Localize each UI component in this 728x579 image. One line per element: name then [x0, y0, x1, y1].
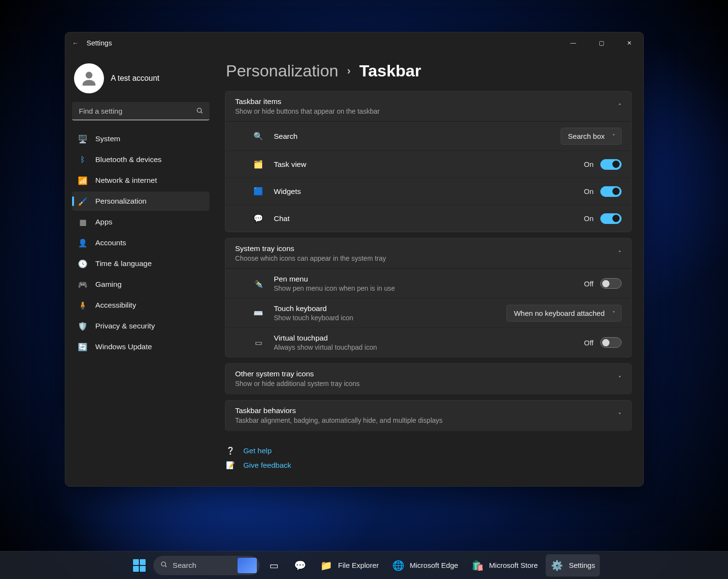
panel-header-behaviors[interactable]: Taskbar behaviors Taskbar alignment, bad…: [225, 401, 631, 431]
nav-icon: 🛡️: [78, 321, 88, 331]
panel-subtitle: Choose which icons can appear in the sys…: [235, 254, 618, 262]
start-button[interactable]: [128, 554, 150, 577]
sidebar-item-network-internet[interactable]: 📶 Network & internet: [72, 171, 209, 190]
close-button[interactable]: ✕: [615, 32, 643, 54]
row-subtitle: Always show virtual touchpad icon: [274, 343, 584, 351]
sidebar-item-system[interactable]: 🖥️ System: [72, 129, 209, 148]
system-tray-row-pen-menu: ✒️ Pen menu Show pen menu icon when pen …: [225, 268, 631, 298]
app-icon: 🌐: [391, 559, 405, 572]
dropdown-search[interactable]: Search box˅: [561, 128, 622, 145]
app-icon: ⚙️: [550, 559, 564, 572]
toggle-pen-menu[interactable]: [600, 278, 622, 289]
taskview-icon: 🗂️: [253, 160, 264, 169]
settings-search-input[interactable]: [72, 102, 209, 120]
taskbar-app-microsoft-store[interactable]: 🛍️ Microsoft Store: [466, 554, 543, 577]
nav-label: Bluetooth & devices: [95, 155, 162, 164]
breadcrumb: Personalization › Taskbar: [225, 59, 632, 91]
taskview-button[interactable]: ▭: [263, 554, 286, 577]
sidebar-nav: 🖥️ Systemᛒ Bluetooth & devices📶 Network …: [72, 129, 209, 356]
search-illustration: [238, 558, 257, 573]
nav-label: Windows Update: [95, 342, 152, 351]
sidebar-item-accessibility[interactable]: 🧍 Accessibility: [72, 296, 209, 315]
taskbar-app-microsoft-edge[interactable]: 🌐 Microsoft Edge: [386, 554, 463, 577]
panel-other-tray: Other system tray icons Show or hide add…: [225, 363, 632, 394]
sidebar-item-personalization[interactable]: 🖌️ Personalization: [72, 192, 209, 211]
sidebar: A test account 🖥️ Systemᛒ Bluetooth & de…: [65, 54, 215, 486]
sidebar-item-gaming[interactable]: 🎮 Gaming: [72, 275, 209, 294]
nav-icon: 🕓: [78, 259, 88, 268]
give-feedback-link[interactable]: 📝 Give feedback: [226, 461, 631, 470]
taskbar-items-row-task-view: 🗂️ Task view On: [225, 150, 631, 178]
panel-title: System tray icons: [235, 244, 618, 253]
nav-label: Apps: [95, 218, 112, 226]
toggle-widgets[interactable]: [600, 186, 622, 197]
system-tray-row-touch-keyboard: ⌨️ Touch keyboard Show touch keyboard ic…: [225, 298, 631, 327]
panel-subtitle: Show or hide additional system tray icon…: [235, 380, 618, 387]
row-title: Task view: [274, 160, 584, 169]
chevron-up-icon: ˄: [618, 103, 622, 110]
svg-point-0: [86, 72, 92, 78]
dropdown-touch-keyboard[interactable]: When no keyboard attached˅: [506, 305, 622, 322]
toggle-state-label: On: [584, 214, 594, 223]
nav-label: System: [95, 134, 120, 143]
nav-icon: 🔄: [78, 342, 88, 352]
nav-icon: 🧍: [78, 300, 88, 310]
get-help-link[interactable]: ❔ Get help: [226, 446, 631, 455]
app-label: File Explorer: [338, 561, 379, 569]
panel-title: Taskbar items: [235, 97, 618, 106]
panel-title: Other system tray icons: [235, 370, 618, 378]
back-button[interactable]: ←: [72, 39, 87, 47]
toggle-task-view[interactable]: [600, 159, 622, 170]
toggle-state-label: On: [584, 187, 594, 195]
avatar-icon: [74, 63, 104, 93]
toggle-chat[interactable]: [600, 213, 622, 224]
nav-icon: ᛒ: [78, 155, 88, 164]
breadcrumb-root[interactable]: Personalization: [226, 61, 338, 80]
row-title: Touch keyboard: [274, 304, 506, 313]
settings-search[interactable]: [72, 102, 209, 120]
sidebar-item-bluetooth-devices[interactable]: ᛒ Bluetooth & devices: [72, 150, 209, 169]
toggle-virtual-touchpad[interactable]: [600, 337, 622, 348]
chevron-down-icon: ˅: [618, 412, 622, 419]
maximize-button[interactable]: ▢: [587, 32, 615, 54]
panel-taskbar-behaviors: Taskbar behaviors Taskbar alignment, bad…: [225, 400, 632, 431]
taskbar-app-settings[interactable]: ⚙️ Settings: [546, 554, 600, 577]
pen-icon: ✒️: [253, 279, 264, 288]
panel-header-other-tray[interactable]: Other system tray icons Show or hide add…: [225, 364, 631, 394]
content-area: Personalization › Taskbar Taskbar items …: [215, 54, 643, 486]
account-row[interactable]: A test account: [72, 60, 209, 102]
panel-header-taskbar-items[interactable]: Taskbar items Show or hide buttons that …: [225, 91, 631, 121]
help-icon: ❔: [226, 446, 235, 455]
row-title: Virtual touchpad: [274, 334, 584, 342]
titlebar: ← Settings — ▢ ✕: [65, 32, 643, 54]
nav-label: Accounts: [95, 238, 126, 247]
taskbar-app-file-explorer[interactable]: 📁 File Explorer: [315, 554, 384, 577]
panel-header-system-tray[interactable]: System tray icons Choose which icons can…: [225, 238, 631, 268]
taskbar-items-row-search: 🔍 Search Search box˅: [225, 121, 631, 150]
sidebar-item-accounts[interactable]: 👤 Accounts: [72, 233, 209, 252]
touchpad-icon: ▭: [253, 338, 264, 347]
chat-button[interactable]: 💬: [289, 554, 312, 577]
svg-point-3: [161, 562, 165, 566]
window-title: Settings: [87, 39, 112, 47]
sidebar-item-time-language[interactable]: 🕓 Time & language: [72, 254, 209, 273]
sidebar-item-apps[interactable]: ▦ Apps: [72, 212, 209, 232]
app-label: Microsoft Store: [489, 561, 538, 569]
nav-label: Time & language: [95, 259, 152, 268]
os-taskbar: Search ▭ 💬 📁 File Explorer🌐 Microsoft Ed…: [0, 551, 728, 579]
account-name: A test account: [111, 74, 160, 83]
chat-icon: 💬: [253, 214, 264, 223]
sidebar-item-privacy-security[interactable]: 🛡️ Privacy & security: [72, 316, 209, 336]
panel-subtitle: Taskbar alignment, badging, automaticall…: [235, 416, 618, 424]
taskview-icon: ▭: [267, 559, 281, 572]
app-icon: 📁: [320, 559, 333, 572]
widgets-icon: 🟦: [253, 187, 264, 196]
row-title: Search: [274, 132, 561, 141]
link-label: Give feedback: [243, 461, 291, 470]
nav-label: Personalization: [95, 197, 147, 206]
help-links: ❔ Get help 📝 Give feedback: [225, 434, 632, 482]
minimize-button[interactable]: —: [559, 32, 587, 54]
sidebar-item-windows-update[interactable]: 🔄 Windows Update: [72, 337, 209, 356]
taskbar-search[interactable]: Search: [153, 556, 260, 575]
search-icon: [160, 561, 168, 570]
